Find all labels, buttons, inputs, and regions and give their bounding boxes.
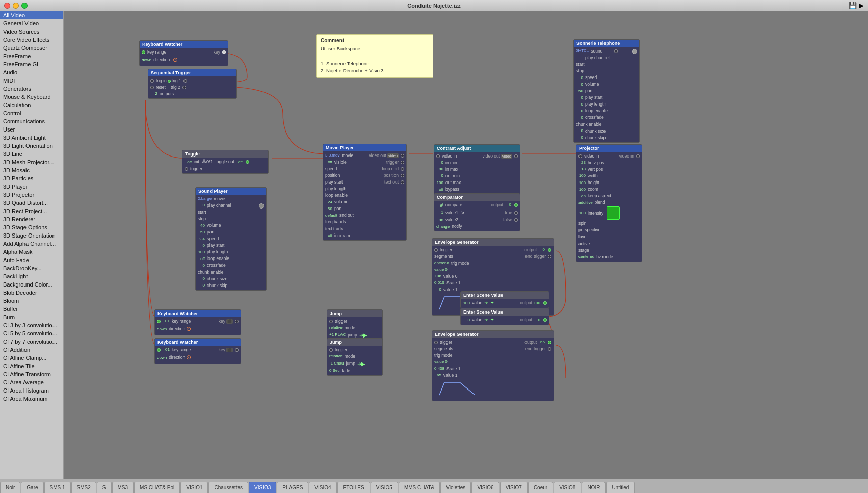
- sidebar-item-auto-fade[interactable]: Auto Fade: [0, 256, 63, 264]
- sidebar-item-audio[interactable]: Audio: [0, 68, 63, 76]
- tab-noir[interactable]: Noir: [0, 482, 20, 493]
- save-icon[interactable]: 💾: [849, 2, 857, 9]
- sidebar-item-alpha-mask[interactable]: Alpha Mask: [0, 248, 63, 256]
- tab-visio3[interactable]: VISIO3: [249, 482, 276, 493]
- node-jump-2[interactable]: Jump trigger relativemode -1 Chaujump➜▶ …: [327, 338, 383, 376]
- port-out: [235, 320, 239, 323]
- node-comparator[interactable]: Comparator gt compare output 0 1 value1 …: [434, 193, 520, 231]
- sidebar-item-all-video[interactable]: All Video: [0, 11, 63, 19]
- tab-visio5[interactable]: VISIO5: [371, 482, 398, 493]
- sidebar-item-3d-mosaic[interactable]: 3D Mosaic: [0, 166, 63, 174]
- sidebar-item-3d-projector[interactable]: 3D Projector: [0, 191, 63, 199]
- canvas[interactable]: Comment Utiliser Backspace 1- Sonnerie T…: [64, 11, 868, 479]
- node-keyboard-watcher-2[interactable]: Keyboard Watcher 01 key range key ⬛ down…: [154, 309, 241, 335]
- tab-gare[interactable]: Gare: [21, 482, 43, 493]
- node-envelope-gen-2[interactable]: Envelope Generator trigger output 65 seg…: [432, 330, 554, 401]
- sidebar-item-3d-ambient[interactable]: 3D Ambient Light: [0, 134, 63, 142]
- sidebar-item-3d-player[interactable]: 3D Player: [0, 183, 63, 191]
- sidebar-item-3d-stage-orient[interactable]: 3D Stage Orientation: [0, 231, 63, 240]
- tab-plages[interactable]: PLAGES: [277, 482, 308, 493]
- tab-visio1[interactable]: VISIO1: [180, 482, 208, 493]
- tab-mschat-poi[interactable]: MS CHAT& Poi: [134, 482, 180, 493]
- node-toggle[interactable]: Toggle off init ⁂0/1 toggle out off trig…: [182, 150, 269, 174]
- node-sonnerie-telephone[interactable]: Sonnerie Telephone 0HTC..sound play chan…: [573, 39, 640, 143]
- sidebar-item-mouse-keyboard[interactable]: Mouse & Keyboard: [0, 93, 63, 101]
- sidebar-item-3d-renderer[interactable]: 3D Renderer: [0, 215, 63, 223]
- node-title: Enter Scene Value: [461, 292, 549, 299]
- tab-visio8[interactable]: VISIO8: [554, 482, 581, 493]
- minimize-button[interactable]: [13, 3, 19, 9]
- node-enter-scene-2[interactable]: Enter Scene Value 0 value ➜ ✦ output 0: [460, 308, 549, 325]
- node-title: Sound Player: [196, 188, 266, 195]
- tab-noir2[interactable]: NOIR: [582, 482, 606, 493]
- tab-untitled[interactable]: Untitled: [606, 482, 635, 493]
- sidebar-item-3d-light[interactable]: 3D Light Orientation: [0, 142, 63, 150]
- sidebar-item-3d-mesh[interactable]: 3D Mesh Projector...: [0, 158, 63, 166]
- sidebar-item-burn[interactable]: Burn: [0, 313, 63, 321]
- sidebar-item-general-video[interactable]: General Video: [0, 19, 63, 28]
- tab-coeur[interactable]: Coeur: [528, 482, 553, 493]
- node-keyboard-watcher-1[interactable]: Keyboard Watcher key range key down dire…: [139, 40, 228, 66]
- sidebar-item-3d-stage-opts[interactable]: 3D Stage Options: [0, 223, 63, 231]
- sidebar-item-3d-line[interactable]: 3D Line: [0, 150, 63, 158]
- sidebar-item-ci-area-max[interactable]: CI Area Maximum: [0, 395, 63, 403]
- sidebar-item-blob[interactable]: Blob Decoder: [0, 289, 63, 297]
- maximize-button[interactable]: [21, 3, 28, 9]
- port-video-in: [436, 154, 440, 158]
- close-button[interactable]: [4, 3, 10, 9]
- sidebar-item-video-sources[interactable]: Video Sources: [0, 28, 63, 36]
- sidebar-item-ci7[interactable]: CI 7 by 7 convolutio...: [0, 338, 63, 346]
- tab-visio4[interactable]: VISIO4: [309, 482, 336, 493]
- sidebar-item-communications[interactable]: Communications: [0, 117, 63, 125]
- sidebar-item-ci-affine-clamp[interactable]: CI Affine Clamp...: [0, 354, 63, 362]
- sidebar-item-backdrop[interactable]: BackDropKey...: [0, 264, 63, 272]
- node-movie-player[interactable]: Movie Player 3:3.mov movie video out vid…: [323, 144, 407, 241]
- sidebar-item-quartz[interactable]: Quartz Composer: [0, 44, 63, 52]
- tab-visio7[interactable]: VISIO7: [500, 482, 528, 493]
- play-icon[interactable]: ▶: [859, 2, 864, 9]
- tab-sms1[interactable]: SMS 1: [44, 482, 71, 493]
- sidebar-item-3d-quad[interactable]: 3D Quad Distort...: [0, 199, 63, 207]
- sidebar-item-freeframe[interactable]: FreeFrame: [0, 52, 63, 60]
- node-keyboard-watcher-3[interactable]: Keyboard Watcher 01 key range key ⬛ down…: [154, 338, 241, 364]
- node-sequential-trigger[interactable]: Sequential Trigger trig in trig 1 reset …: [148, 69, 237, 99]
- sidebar-item-backlight[interactable]: BackLight: [0, 272, 63, 280]
- port-false: [514, 218, 518, 222]
- sidebar-item-midi[interactable]: MIDI: [0, 76, 63, 85]
- port-out: [235, 348, 239, 352]
- sidebar-item-user[interactable]: User: [0, 125, 63, 134]
- node-projector[interactable]: Projector video in video in 23horz pos 1…: [576, 144, 642, 262]
- tab-sms2[interactable]: SMS2: [71, 482, 96, 493]
- sidebar-item-freeframegl[interactable]: FreeFrame GL: [0, 60, 63, 68]
- sidebar-item-buffer[interactable]: Buffer: [0, 305, 63, 313]
- tab-chaussettes[interactable]: Chaussettes: [208, 482, 248, 493]
- sidebar-item-control[interactable]: Control: [0, 109, 63, 117]
- sidebar-item-ci-area-avg[interactable]: CI Area Average: [0, 378, 63, 386]
- tab-mms-chat[interactable]: MMS CHAT&: [399, 482, 440, 493]
- tab-visio6[interactable]: VISIO6: [471, 482, 499, 493]
- sidebar-item-ci3[interactable]: CI 3 by 3 convolutio...: [0, 321, 63, 329]
- sidebar-item-generators[interactable]: Generators: [0, 85, 63, 93]
- sidebar-item-ci5[interactable]: CI 5 by 5 convolutio...: [0, 329, 63, 338]
- tab-violettes[interactable]: Violettes: [440, 482, 471, 493]
- sidebar-item-ci-affine-tile[interactable]: CI Affine Tile: [0, 362, 63, 370]
- sidebar-item-3d-rect[interactable]: 3D Rect Project...: [0, 207, 63, 215]
- sidebar-item-ci-area-hist[interactable]: CI Area Histogram: [0, 386, 63, 395]
- sidebar-item-ci-affine-trans[interactable]: CI Affine Transform: [0, 370, 63, 378]
- sidebar-item-bloom[interactable]: Bloom: [0, 297, 63, 305]
- sidebar-item-bg-color[interactable]: Background Color...: [0, 280, 63, 289]
- sidebar-item-calculation[interactable]: Calculation: [0, 101, 63, 109]
- node-enter-scene-1[interactable]: Enter Scene Value 100 value ➜ ✦ output 1…: [460, 291, 549, 308]
- port-out: [183, 79, 187, 83]
- node-sound-player[interactable]: Sound Player 2:Largemovie 0play channel …: [195, 187, 267, 291]
- sidebar-item-core-video-effects[interactable]: Core Video Effects: [0, 36, 63, 44]
- port-true: [514, 211, 518, 215]
- tab-ms3[interactable]: MS3: [112, 482, 134, 493]
- tab-s[interactable]: S: [97, 482, 112, 493]
- main-area: All Video General Video Video Sources Co…: [0, 11, 868, 479]
- node-title: Jump: [327, 339, 382, 346]
- sidebar-item-ci-add[interactable]: CI Addition: [0, 346, 63, 354]
- tab-etoiles[interactable]: ETOILES: [337, 482, 370, 493]
- sidebar-item-3d-particles[interactable]: 3D Particles: [0, 174, 63, 183]
- sidebar-item-add-alpha[interactable]: Add Alpha Channel...: [0, 240, 63, 248]
